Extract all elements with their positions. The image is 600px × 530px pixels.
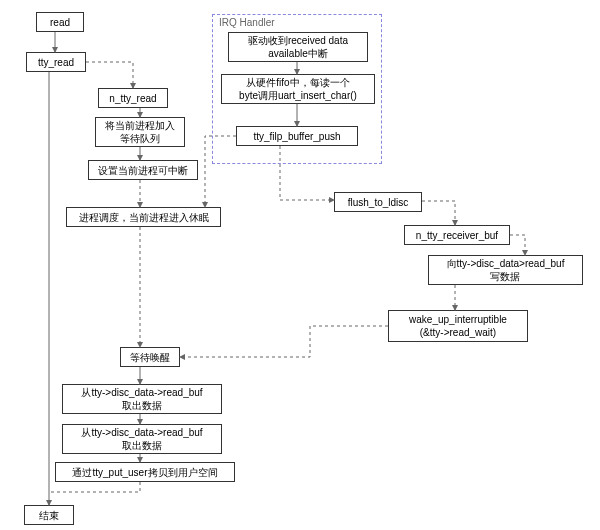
node-irq-fifo: 从硬件fifo中，每读一个 byte调用uart_insert_char() <box>221 74 375 104</box>
node-read: read <box>36 12 84 32</box>
node-write-buf: 向tty->disc_data>read_buf 写数据 <box>428 255 583 285</box>
node-enqueue: 将当前进程加入 等待队列 <box>95 117 185 147</box>
node-wait-wake: 等待唤醒 <box>120 347 180 367</box>
node-put-user: 通过tty_put_user拷贝到用户空间 <box>55 462 235 482</box>
node-end: 结束 <box>24 505 74 525</box>
node-wake: wake_up_interruptible (&tty->read_wait) <box>388 310 528 342</box>
node-irq-recv: 驱动收到received data available中断 <box>228 32 368 62</box>
node-tty-read: tty_read <box>26 52 86 72</box>
node-irq-push: tty_filp_buffer_push <box>236 126 358 146</box>
node-copy-buf1: 从tty->disc_data->read_buf 取出数据 <box>62 384 222 414</box>
node-set-interruptible: 设置当前进程可中断 <box>88 160 198 180</box>
node-n-tty-recv-buf: n_tty_receiver_buf <box>404 225 510 245</box>
node-copy-buf2: 从tty->disc_data->read_buf 取出数据 <box>62 424 222 454</box>
node-schedule-sleep: 进程调度，当前进程进入休眠 <box>66 207 221 227</box>
node-flush: flush_to_ldisc <box>334 192 422 212</box>
node-n-tty-read: n_tty_read <box>98 88 168 108</box>
label-irq-handler: IRQ Handler <box>219 17 275 28</box>
